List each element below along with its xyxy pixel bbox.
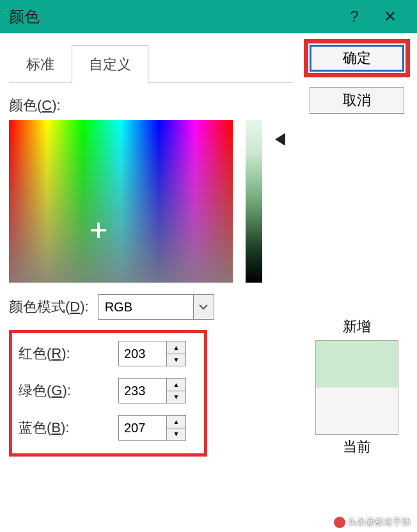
colors-label: 颜色(C): — [9, 96, 293, 115]
luminance-arrow-icon[interactable] — [275, 133, 285, 146]
blue-input[interactable] — [119, 416, 166, 440]
blue-label: 蓝色(B): — [19, 418, 118, 437]
red-input[interactable] — [119, 341, 166, 366]
avatar-icon — [334, 517, 345, 528]
red-spinner[interactable]: ▲ ▼ — [118, 341, 186, 366]
tab-standard[interactable]: 标准 — [9, 45, 72, 83]
current-color-swatch — [316, 387, 398, 434]
rgb-inputs-group: 红色(R): ▲ ▼ 绿色(G): ▲ ▼ — [9, 330, 207, 457]
crosshair-icon — [91, 223, 106, 238]
window-title: 颜色 — [9, 6, 336, 27]
luminance-strip[interactable] — [246, 120, 262, 283]
close-button[interactable]: ✕ — [372, 0, 408, 33]
tab-custom[interactable]: 自定义 — [72, 45, 148, 83]
red-up-icon[interactable]: ▲ — [167, 341, 185, 354]
cancel-button[interactable]: 取消 — [310, 87, 404, 114]
green-spinner[interactable]: ▲ ▼ — [118, 378, 186, 403]
color-mode-select[interactable]: RGB — [98, 294, 214, 320]
red-label: 红色(R): — [19, 344, 118, 363]
watermark: 头条@极速手助 — [334, 517, 411, 528]
green-up-icon[interactable]: ▲ — [167, 379, 185, 391]
blue-spinner[interactable]: ▲ ▼ — [118, 415, 186, 441]
color-gradient[interactable] — [9, 120, 233, 283]
green-label: 绿色(G): — [19, 381, 118, 400]
tabs: 标准 自定义 — [9, 45, 293, 83]
new-color-label: 新增 — [343, 317, 371, 336]
help-button[interactable]: ? — [336, 0, 372, 33]
ok-button[interactable]: 确定 — [310, 45, 404, 72]
color-preview — [315, 340, 398, 435]
title-bar: 颜色 ? ✕ — [0, 0, 417, 33]
blue-down-icon[interactable]: ▼ — [167, 428, 185, 441]
red-down-icon[interactable]: ▼ — [167, 354, 185, 366]
blue-up-icon[interactable]: ▲ — [167, 416, 185, 428]
current-color-label: 当前 — [343, 437, 371, 457]
chevron-down-icon[interactable] — [193, 295, 214, 319]
new-color-swatch — [316, 341, 398, 387]
green-input[interactable] — [119, 379, 166, 403]
green-down-icon[interactable]: ▼ — [167, 391, 185, 403]
mode-label: 颜色模式(D): — [9, 297, 89, 317]
